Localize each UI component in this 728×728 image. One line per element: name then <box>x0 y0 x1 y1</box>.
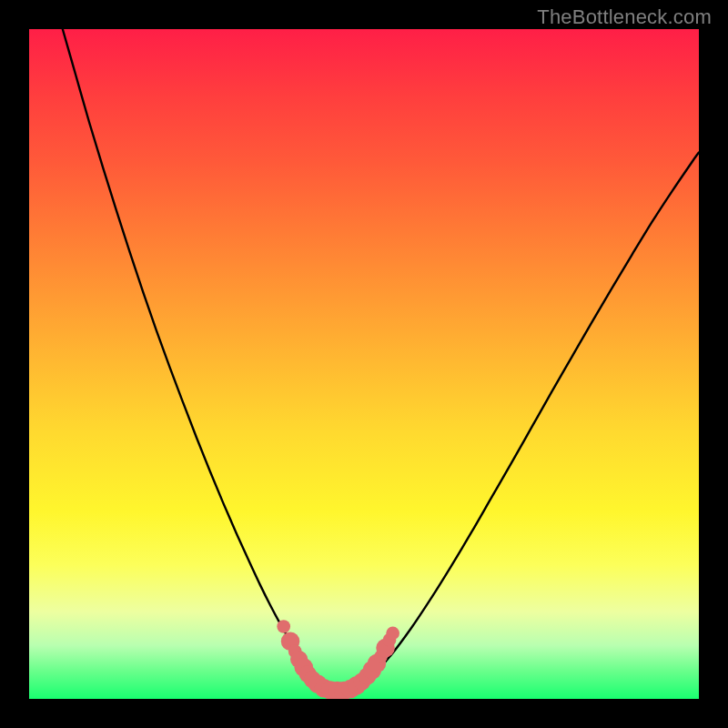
curve-svg <box>29 29 699 699</box>
plot-area <box>29 29 699 699</box>
curve-marker <box>277 620 290 633</box>
curve-markers <box>277 620 399 699</box>
watermark-text: TheBottleneck.com <box>537 5 712 29</box>
curve-marker <box>386 627 399 641</box>
chart-frame: TheBottleneck.com <box>0 0 728 728</box>
bottleneck-curve <box>63 29 699 692</box>
